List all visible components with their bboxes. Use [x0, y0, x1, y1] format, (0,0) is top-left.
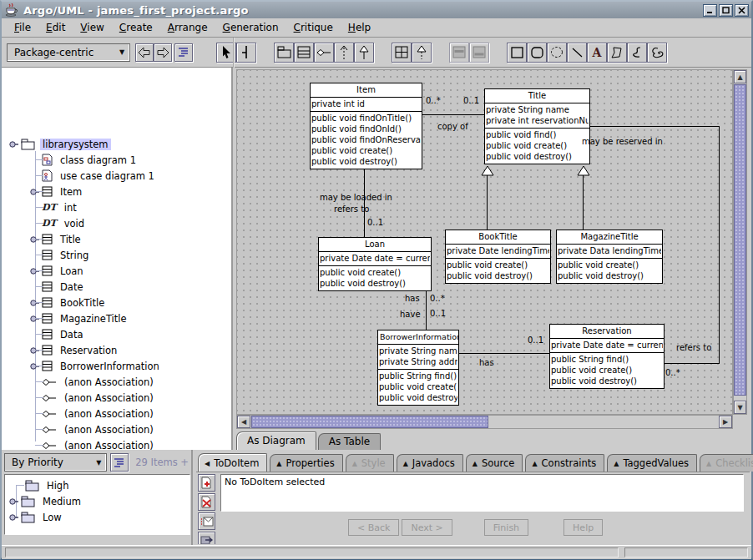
uml-class-booktitle[interactable]: BookTitle private Date lendingTime = 30 …: [445, 230, 551, 284]
expand-handle[interactable]: [8, 512, 21, 522]
new-todo-button[interactable]: [198, 474, 215, 492]
menu-critique[interactable]: Critique: [286, 19, 341, 36]
diagram-canvas[interactable]: Item private int id public void findOnTi…: [236, 69, 733, 415]
uml-operation[interactable]: public void create(): [311, 145, 421, 156]
tree-item-label[interactable]: int: [62, 202, 79, 214]
menu-generation[interactable]: Generation: [215, 19, 286, 36]
title-bar[interactable]: Argo/UML - james_first_project.argo: [2, 2, 751, 18]
tree-item-label[interactable]: Reservation: [58, 345, 119, 356]
tab-as-diagram[interactable]: As Diagram: [236, 431, 316, 450]
tree-item-label[interactable]: Data: [58, 329, 85, 341]
uml-operation[interactable]: public void destroy(): [311, 156, 421, 167]
resolve-todo-button[interactable]: [198, 493, 215, 511]
uml-class-magazinetitle[interactable]: MagazineTitle private Data lendingTime =…: [556, 230, 663, 284]
association-tool-button[interactable]: [314, 43, 334, 63]
tree-item-anon-association[interactable]: (anon Association): [2, 406, 231, 421]
multiplicity-label[interactable]: 0..*: [665, 368, 680, 377]
uml-operation[interactable]: public void create(): [486, 140, 589, 151]
tree-item-void[interactable]: DT void: [2, 215, 231, 231]
association-name-label[interactable]: may be reserved in: [582, 137, 663, 146]
menu-edit[interactable]: Edit: [38, 19, 73, 36]
tree-item-anon-association[interactable]: (anon Association): [2, 374, 231, 390]
tree-item-label[interactable]: MagazineTitle: [58, 313, 129, 325]
uml-operation[interactable]: public void findOnId(): [311, 124, 421, 134]
broom-tool-button[interactable]: [236, 43, 256, 63]
tree-item-class-diagram[interactable]: class diagram 1: [2, 152, 231, 168]
association-line-copy-of[interactable]: [422, 114, 484, 115]
uml-attribute[interactable]: private Data lendingTime = 30: [558, 245, 661, 256]
uml-operation[interactable]: public void destroy(): [447, 270, 549, 281]
tab-as-table[interactable]: As Table: [318, 433, 381, 450]
association-name-label[interactable]: has: [479, 358, 494, 367]
uml-operation[interactable]: public void find(): [486, 129, 589, 140]
tree-item-label[interactable]: (anon Association): [62, 408, 156, 420]
todo-tree[interactable]: High Medium: [4, 474, 190, 535]
tree-item-label[interactable]: void: [62, 218, 87, 230]
todo-item-label[interactable]: Medium: [40, 496, 83, 507]
tree-item-magazinetitle[interactable]: MagazineTitle: [2, 310, 231, 326]
uml-operation[interactable]: public void destroy(): [558, 270, 661, 281]
uml-operation[interactable]: public void create(): [320, 267, 430, 278]
tree-item-anon-association[interactable]: (anon Association): [2, 390, 231, 406]
uml-operation[interactable]: public void findOnTitle(): [311, 113, 421, 124]
uml-class-loan[interactable]: Loan private Date date = current date pu…: [318, 237, 432, 291]
uml-attribute[interactable]: private int reservationNumber: [486, 115, 589, 126]
horizontal-scrollbar-thumb[interactable]: [251, 416, 488, 428]
tab-javadocs[interactable]: ▲ Javadocs: [397, 454, 463, 472]
vertical-scrollbar-thumb[interactable]: [734, 84, 746, 396]
nav-forward-button[interactable]: [154, 43, 172, 62]
association-line-reserved-in-b[interactable]: [719, 126, 720, 363]
tree-item-label[interactable]: (anon Association): [62, 392, 156, 404]
uml-attribute[interactable]: private String name: [379, 346, 457, 356]
back-button[interactable]: < Back: [348, 519, 399, 536]
multiplicity-label[interactable]: 0..*: [426, 96, 441, 105]
tree-item-label[interactable]: BookTitle: [58, 297, 107, 309]
minimize-button[interactable]: [703, 4, 717, 17]
uml-operation[interactable]: public String find(): [379, 371, 457, 381]
spline-tool-button[interactable]: [627, 43, 647, 63]
multiplicity-label[interactable]: 0..*: [430, 294, 445, 303]
tree-item-label[interactable]: use case diagram 1: [58, 170, 157, 182]
uml-attribute[interactable]: private Date date = current date: [320, 253, 430, 264]
tree-item-label[interactable]: (anon Association): [62, 376, 156, 388]
finish-button[interactable]: Finish: [484, 519, 528, 536]
tab-todoitem[interactable]: ◀ ToDoItem: [198, 453, 267, 472]
todo-item-medium[interactable]: Medium: [5, 493, 190, 509]
uml-attribute[interactable]: private Date date = current date: [551, 340, 663, 351]
tree-item-booktitle[interactable]: BookTitle: [2, 295, 231, 310]
todo-message-area[interactable]: No ToDoItem selected: [220, 474, 744, 512]
tree-item-reservation[interactable]: Reservation: [2, 342, 231, 358]
tree-item-data[interactable]: Data: [2, 326, 231, 342]
menu-help[interactable]: Help: [341, 19, 378, 36]
multiplicity-label[interactable]: 0..1: [430, 309, 446, 318]
tree-item-label[interactable]: librarysystem: [40, 139, 111, 150]
email-expert-button[interactable]: [198, 512, 215, 530]
next-button[interactable]: Next >: [402, 519, 452, 536]
menu-view[interactable]: View: [73, 19, 111, 36]
association-name-label[interactable]: copy of: [437, 122, 468, 131]
uml-attribute[interactable]: private int id: [311, 98, 421, 109]
todo-perspective-combobox[interactable]: By Priority ▼: [4, 453, 107, 472]
uml-class-borrowerinformation[interactable]: BorrowerInformation private String name …: [377, 330, 459, 406]
perspective-combobox[interactable]: Package-centric ▼: [7, 43, 130, 62]
polygon-tool-button[interactable]: [607, 43, 627, 63]
tree-item-item[interactable]: Item: [2, 184, 231, 199]
tab-constraints[interactable]: ▲ Constraints: [525, 454, 604, 472]
generalization-line-booktitle[interactable]: [487, 175, 488, 230]
maximize-button[interactable]: [719, 4, 733, 17]
expand-handle[interactable]: [8, 139, 21, 149]
menu-arrange[interactable]: Arrange: [160, 19, 215, 36]
tree-item-borrowerinformation[interactable]: BorrowerInformation: [2, 358, 231, 374]
realization-tool-button[interactable]: [412, 43, 432, 63]
tab-taggedvalues[interactable]: ▲ TaggedValues: [607, 454, 697, 472]
dependency-tool-button[interactable]: [334, 43, 354, 63]
uml-operation[interactable]: public void destroy(): [551, 376, 663, 386]
scroll-down-button[interactable]: ▼: [734, 401, 746, 414]
multiplicity-label[interactable]: 0..1: [528, 335, 543, 345]
uml-class-reservation[interactable]: Reservation private Date date = current …: [549, 324, 665, 389]
uml-operation[interactable]: public void findOnReservation(): [311, 134, 421, 145]
tree-item-date[interactable]: Date: [2, 279, 231, 295]
tree-item-label[interactable]: Loan: [58, 265, 86, 277]
rectangle-tool-button[interactable]: [507, 43, 527, 63]
association-line-reserved-in-a[interactable]: [589, 126, 719, 127]
